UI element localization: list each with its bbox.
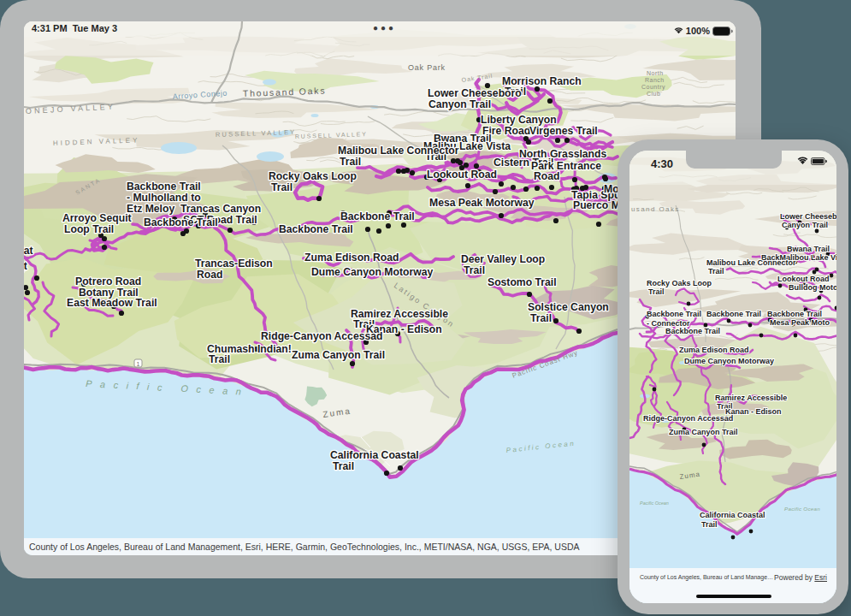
svg-text:Backbone Trail: Backbone Trail	[279, 223, 353, 235]
svg-text:Arroyo Sequit: Arroyo Sequit	[62, 212, 132, 224]
svg-text:Ridge-Canyon Accessad: Ridge-Canyon Accessad	[643, 414, 733, 423]
svg-text:Trail: Trail	[701, 520, 718, 529]
svg-text:Trail: Trail	[209, 353, 230, 365]
svg-text:Malibou Lake Connector: Malibou Lake Connector	[706, 258, 796, 267]
svg-text:Mesa Peak Moto: Mesa Peak Moto	[770, 318, 830, 327]
svg-text:North: North	[647, 70, 664, 76]
svg-text:Mesa Peak Motorway: Mesa Peak Motorway	[429, 197, 535, 209]
svg-text:Lookout Road: Lookout Road	[777, 275, 830, 283]
svg-text:Lower Cheeseboro: Lower Cheeseboro	[428, 87, 522, 99]
svg-text:Oak Park: Oak Park	[408, 63, 446, 72]
svg-text:California Coastal: California Coastal	[700, 511, 765, 519]
svg-text:Road: Road	[534, 170, 559, 182]
svg-text:usand Oaks: usand Oaks	[631, 205, 680, 213]
svg-text:Zuma Canyon Trail: Zuma Canyon Trail	[669, 428, 738, 436]
svg-text:Virgenes Trail: Virgenes Trail	[529, 125, 598, 137]
svg-text:Pacific Ocean: Pacific Ocean	[784, 506, 820, 512]
svg-text:Backbone Trail: Backbone Trail	[127, 181, 201, 192]
svg-text:Canyon Trail: Canyon Trail	[782, 221, 828, 229]
svg-text:Liberty Canyon: Liberty Canyon	[481, 114, 557, 126]
svg-text:Trail: Trail	[333, 460, 354, 472]
svg-text:Bulldog Motor: Bulldog Motor	[789, 283, 836, 292]
svg-text:Ramirez Accessible: Ramirez Accessible	[715, 394, 787, 402]
svg-text:Dume Canyon Motorway: Dume Canyon Motorway	[311, 266, 433, 278]
svg-text:Trail: Trail	[648, 287, 665, 296]
svg-text:Sostomo Trail: Sostomo Trail	[488, 276, 557, 288]
svg-text:Backbone Trail: Backbone Trail	[647, 310, 701, 318]
svg-text:Ranch: Ranch	[645, 77, 665, 83]
svg-text:Canyon Trail: Canyon Trail	[428, 98, 491, 110]
svg-text:Rocky Oaks Loop: Rocky Oaks Loop	[647, 279, 712, 287]
svg-text:Bwana Trail: Bwana Trail	[787, 245, 830, 253]
svg-text:Trail: Trail	[271, 181, 293, 193]
svg-text:Lookout Road: Lookout Road	[427, 169, 497, 181]
svg-text:Backbone Trail: Backbone Trail	[144, 216, 218, 228]
svg-text:Deer Valley Loop: Deer Valley Loop	[461, 253, 545, 265]
svg-text:Zuma Canyon Trail: Zuma Canyon Trail	[292, 349, 385, 361]
svg-text:s Flat: s Flat	[24, 260, 27, 272]
svg-text:Pacific Ocean: Pacific Ocean	[640, 500, 669, 506]
svg-text:Loop Trail: Loop Trail	[64, 223, 114, 235]
svg-text:Backbone Trail: Backbone Trail	[665, 327, 720, 335]
svg-text:East Meadow Trail: East Meadow Trail	[67, 297, 157, 309]
svg-text:Dume Canyon Motorway: Dume Canyon Motorway	[684, 357, 774, 365]
svg-text:Kanan - Edison: Kanan - Edison	[725, 407, 782, 416]
svg-text:as Flat: as Flat	[24, 245, 33, 257]
svg-text:Malibou Lake Connector: Malibou Lake Connector	[338, 145, 459, 157]
svg-text:Zuma Edison Road: Zuma Edison Road	[304, 252, 399, 264]
svg-text:Etz Meloy: Etz Meloy	[127, 203, 174, 215]
svg-text:Trail: Trail	[708, 267, 724, 275]
svg-text:Club: Club	[647, 91, 660, 97]
svg-text:Lower Cheesebo: Lower Cheesebo	[780, 212, 836, 221]
svg-text:Trancas-Edison: Trancas-Edison	[195, 258, 273, 270]
svg-text:Backbone Trail: Backbone Trail	[340, 210, 415, 222]
svg-text:Rocky Oaks Loop: Rocky Oaks Loop	[269, 170, 357, 182]
svg-text:California Coastal: California Coastal	[330, 449, 419, 461]
svg-text:Zuma Edison Road: Zuma Edison Road	[679, 346, 749, 354]
svg-text:1: 1	[137, 361, 140, 367]
svg-text:Backbone Trail: Backbone Trail	[706, 310, 761, 318]
svg-text:Trancas Canyon: Trancas Canyon	[180, 203, 261, 215]
svg-text:Ridge-Canyon Accessad: Ridge-Canyon Accessad	[261, 330, 382, 342]
svg-text:Backbone Trail: Backbone Trail	[767, 310, 822, 318]
svg-text:Trail: Trail	[530, 312, 552, 324]
svg-text:Trail: Trail	[340, 156, 361, 168]
svg-text:Potrero Road: Potrero Road	[75, 275, 141, 287]
svg-text:Road: Road	[197, 269, 222, 281]
svg-text:Country: Country	[641, 84, 665, 91]
svg-text:Trail: Trail	[464, 264, 485, 276]
svg-text:Solstice Canyon: Solstice Canyon	[528, 301, 609, 313]
svg-text:Mo: Mo	[604, 183, 619, 195]
svg-text:Puerco M: Puerco M	[573, 199, 620, 211]
svg-text:- Mulholland to: - Mulholland to	[127, 192, 201, 204]
